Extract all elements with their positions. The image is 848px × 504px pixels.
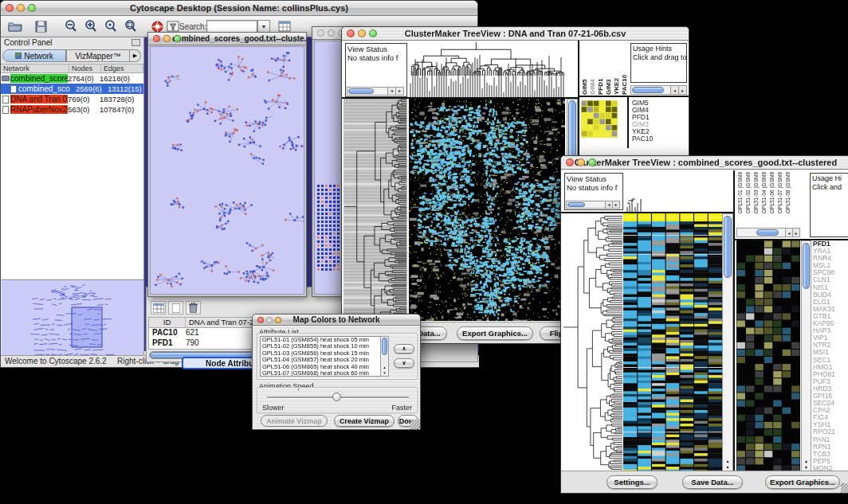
create-vizmap-button[interactable]: Create Vizmap [334,415,395,427]
animate-vizmap-button[interactable]: Animate Vizmap [261,415,328,427]
zoom-button[interactable] [28,4,36,12]
file-icon [2,96,9,104]
zoom-button[interactable] [369,29,377,37]
settings-button[interactable]: Settings... [607,475,658,489]
scroll-left-arrow[interactable]: ◂ [387,88,395,95]
scroll-right-arrow[interactable]: ▸ [395,88,403,95]
network-graph-canvas[interactable] [151,47,304,295]
birdseye-view[interactable] [2,279,143,363]
export-graphics-button[interactable]: Export Graphics... [765,475,840,489]
netview1-canvas-area[interactable] [150,46,304,295]
scroll-right-arrow[interactable]: ▸ [792,229,799,236]
netview1-titlebar[interactable]: combined_scores_good.txt--cluste... [148,33,306,45]
minimize-button[interactable] [577,158,585,166]
zoom-button[interactable] [275,317,281,323]
zoom-button[interactable] [174,35,181,42]
save-data-button[interactable]: Save Data... [682,475,743,489]
close-button[interactable] [6,4,14,12]
zoom-heatmap-canvas[interactable] [736,240,800,472]
main-titlebar[interactable]: Cytoscape Desktop (Session Name: collins… [1,1,477,16]
close-button[interactable] [317,29,324,37]
mini-heatmap-canvas[interactable] [581,100,618,138]
heatmap-vscrollbar[interactable]: ▴ ▾ [722,213,733,472]
scroll-left-arrow[interactable]: ◂ [670,86,678,94]
treeview1-titlebar[interactable]: ClusterMaker TreeView : DNA and Tran 07-… [342,27,689,41]
row-dendrogram-canvas[interactable] [563,213,623,472]
zoom-fit-icon[interactable] [123,18,139,34]
attribute-item[interactable]: GPL51-07 (GSM868) heat shock 60 min [261,370,388,377]
scroll-down-arrow[interactable]: ▾ [802,465,811,471]
zoom-hscrollbar[interactable]: ◂ ▸ [630,85,687,95]
scroll-up-arrow[interactable]: ▴ [381,365,388,369]
scroll-right-arrow[interactable]: ▸ [678,86,686,94]
search-input[interactable] [206,20,257,33]
zoom-in-icon[interactable] [83,18,99,34]
hscroll-thumb[interactable] [348,88,374,94]
scroll-down-arrow[interactable]: ▾ [381,371,388,375]
minimize-button[interactable] [266,317,273,323]
search-dropdown-button[interactable]: ▼ [257,20,270,33]
scroll-left-arrow[interactable]: ◂ [785,229,792,236]
network-row[interactable]: combined_scores_2764(0)16218(0) [1,73,143,84]
attribute-list[interactable]: GPL51-01 (GSM854) heat shock 05 minGPL51… [260,336,389,377]
minimize-button[interactable] [358,29,366,37]
network-name: RNAPuberNov2+ [10,105,68,114]
column-label: GPL51-07 (GSM868) [776,172,784,213]
minimize-button[interactable] [328,29,335,37]
vscroll-thumb[interactable] [382,338,387,355]
open-folder-icon[interactable] [7,18,23,34]
move-up-button[interactable]: ∧ [394,344,414,354]
column-label: PFD1 [597,42,605,95]
scroll-left-arrow[interactable]: ◂ [605,201,612,208]
speed-slider-thumb[interactable] [332,393,341,401]
usage-hints-title: Usage Hi [812,174,848,183]
edge-count: 183728(0) [100,95,143,104]
column-dendrogram-canvas[interactable] [409,41,567,97]
select-attributes-icon[interactable] [151,301,166,315]
resize-grip[interactable] [841,483,848,493]
minimize-button[interactable] [163,35,171,42]
scroll-right-arrow[interactable]: ▸ [612,201,619,208]
network-row[interactable]: combined_sco2569(6)13112(15) [1,84,143,94]
birdseye-canvas[interactable] [2,280,142,362]
dialog-titlebar[interactable]: Map Colors to Network [253,315,420,326]
vscroll-thumb[interactable] [803,243,810,289]
hscroll-thumb[interactable] [632,87,664,93]
export-graphics-button[interactable]: Export Graphics... [457,326,533,340]
scroll-down-arrow[interactable]: ▾ [723,465,732,471]
minimize-button[interactable] [17,4,25,12]
close-button[interactable] [153,35,160,42]
view-status-hscrollbar[interactable]: ◂ ▸ [347,87,404,96]
network-row[interactable]: DNA and Tran 07769(0)183728(0) [1,94,143,104]
network-row[interactable]: RNAPuberNov2+563(0)107847(0) [1,104,143,115]
treeview2-titlebar[interactable]: ClusterMaker TreeView : combined_scores_… [561,156,848,170]
tab-network[interactable]: Network [2,49,66,62]
zoom-button[interactable] [588,158,596,166]
close-button[interactable] [257,317,264,323]
delete-attribute-icon[interactable] [186,301,201,315]
hscroll-thumb[interactable] [567,202,585,207]
close-button[interactable] [347,29,355,37]
zoom-vscrollbar[interactable]: ▴ ▾ [801,240,811,472]
column-dendrogram-canvas[interactable] [625,170,722,212]
save-icon[interactable] [33,18,49,34]
vscroll-thumb[interactable] [724,216,732,278]
row-dendrogram-canvas[interactable] [344,99,407,321]
scroll-up-arrow[interactable]: ▴ [723,459,732,464]
attribute-list-vscrollbar[interactable]: ▴ ▾ [380,336,389,377]
float-panel-icon[interactable] [132,39,140,46]
zoom-out-icon[interactable] [63,18,79,34]
tab-vizmapper[interactable]: VizMapper™ [66,49,130,62]
zoom-hscrollbar[interactable]: ◂ ▸ [736,228,800,237]
hscroll-thumb[interactable] [756,229,779,236]
zoom-selected-icon[interactable] [103,18,119,34]
scroll-up-arrow[interactable]: ▴ [802,459,811,464]
resize-grip[interactable] [410,420,420,429]
new-attribute-icon[interactable] [168,301,183,315]
heatmap-canvas[interactable] [409,99,565,321]
move-down-button[interactable]: ∨ [394,358,414,368]
view-status-hscrollbar[interactable]: ◂ ▸ [566,201,620,209]
heatmap-canvas[interactable] [623,213,722,472]
tab-overflow-button[interactable]: ▶ [130,49,141,62]
close-button[interactable] [566,158,574,166]
